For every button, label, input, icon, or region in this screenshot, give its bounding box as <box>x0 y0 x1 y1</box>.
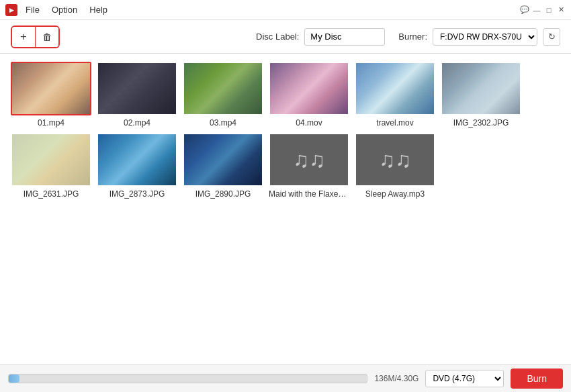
thumb-container-03 <box>183 62 263 115</box>
minimize-button[interactable]: — <box>532 5 541 15</box>
thumb-img2302 <box>442 63 520 114</box>
thumb-container-01 <box>11 62 91 115</box>
media-item-img2873[interactable]: IMG_2873.JPG <box>97 133 177 199</box>
thumb-img2890 <box>184 134 262 185</box>
thumb-container-img2873 <box>97 133 177 187</box>
add-button[interactable]: + <box>12 27 35 47</box>
bottom-bar: 136M/4.30G DVD (4.7G) DVD-DL (8.5G) BD (… <box>0 364 571 392</box>
menu-bar: File Option Help <box>20 3 113 16</box>
thumb-container-02 <box>97 62 177 115</box>
disc-label-input[interactable] <box>304 28 385 46</box>
thumb-container-maid: ♫♫ <box>269 133 349 187</box>
menu-file[interactable]: File <box>20 3 45 16</box>
media-name-img2631: IMG_2631.JPG <box>24 189 79 199</box>
media-item-img2302[interactable]: IMG_2302.JPG <box>441 62 521 128</box>
app-icon <box>5 4 17 16</box>
thumb-02 <box>98 63 176 114</box>
thumb-container-img2890 <box>183 133 263 187</box>
media-item-img2631[interactable]: IMG_2631.JPG <box>11 133 91 199</box>
media-name-04: 04.mov <box>296 118 322 128</box>
disc-label-group: Disc Label: <box>256 28 385 46</box>
delete-button[interactable]: 🗑 <box>36 27 58 47</box>
media-name-02: 02.mp4 <box>124 118 150 128</box>
dvd-select[interactable]: DVD (4.7G) DVD-DL (8.5G) BD (25G) <box>425 370 504 387</box>
burner-text: Burner: <box>398 32 427 42</box>
thumb-container-img2302 <box>441 62 521 115</box>
title-bar-controls: 💬 — □ ✕ <box>520 5 566 15</box>
media-item-02[interactable]: 02.mp4 <box>97 62 177 128</box>
thumb-container-img2631 <box>11 133 91 187</box>
media-grid: 01.mp402.mp403.mp404.movtravel.movIMG_23… <box>11 62 560 199</box>
close-button[interactable]: ✕ <box>556 5 566 15</box>
media-name-travel: travel.mov <box>376 118 413 128</box>
burner-select[interactable]: F:DVD RW DRX-S70U G:DVD RW <box>433 28 537 46</box>
title-bar: File Option Help 💬 — □ ✕ <box>0 0 571 20</box>
media-name-03: 03.mp4 <box>210 118 236 128</box>
progress-bar-wrap <box>8 374 367 383</box>
media-item-04[interactable]: 04.mov <box>269 62 349 128</box>
thumb-04 <box>270 63 348 114</box>
maximize-button[interactable]: □ <box>544 5 554 15</box>
title-bar-left: File Option Help <box>5 3 113 16</box>
music-icon-sleep: ♫♫ <box>379 148 411 173</box>
burner-group: Burner: F:DVD RW DRX-S70U G:DVD RW ↻ <box>398 28 560 46</box>
thumb-03 <box>184 63 262 114</box>
add-delete-group: + 🗑 <box>11 26 60 48</box>
refresh-button[interactable]: ↻ <box>543 28 560 46</box>
progress-bar-fill <box>9 375 19 383</box>
media-name-01: 01.mp4 <box>38 118 64 128</box>
menu-option[interactable]: Option <box>46 3 83 16</box>
thumb-container-04 <box>269 62 349 115</box>
media-name-img2890: IMG_2890.JPG <box>195 189 251 199</box>
media-name-maid: Maid with the Flaxen Hair... <box>269 189 349 199</box>
media-name-sleep: Sleep Away.mp3 <box>365 189 425 199</box>
thumb-sleep: ♫♫ <box>356 134 434 185</box>
media-item-travel[interactable]: travel.mov <box>355 62 435 128</box>
thumb-container-travel <box>355 62 435 115</box>
size-label: 136M/4.30G <box>374 374 419 383</box>
media-name-img2873: IMG_2873.JPG <box>109 189 165 199</box>
music-icon-maid: ♫♫ <box>293 148 325 173</box>
disc-label-text: Disc Label: <box>256 32 299 42</box>
thumb-01 <box>12 63 90 114</box>
media-item-03[interactable]: 03.mp4 <box>183 62 263 128</box>
toolbar: + 🗑 Disc Label: Burner: F:DVD RW DRX-S70… <box>0 20 571 54</box>
media-name-img2302: IMG_2302.JPG <box>453 118 509 128</box>
thumb-container-sleep: ♫♫ <box>355 133 435 187</box>
burn-button[interactable]: Burn <box>511 369 563 389</box>
thumb-img2631 <box>12 134 90 185</box>
main-content: 01.mp402.mp403.mp404.movtravel.movIMG_23… <box>0 54 571 364</box>
menu-help[interactable]: Help <box>84 3 113 16</box>
media-item-01[interactable]: 01.mp4 <box>11 62 91 128</box>
thumb-travel <box>356 63 434 114</box>
thumb-img2873 <box>98 134 176 185</box>
chat-icon[interactable]: 💬 <box>520 5 529 15</box>
media-item-sleep[interactable]: ♫♫Sleep Away.mp3 <box>355 133 435 199</box>
thumb-maid: ♫♫ <box>270 134 348 185</box>
media-item-img2890[interactable]: IMG_2890.JPG <box>183 133 263 199</box>
media-item-maid[interactable]: ♫♫Maid with the Flaxen Hair... <box>269 133 349 199</box>
